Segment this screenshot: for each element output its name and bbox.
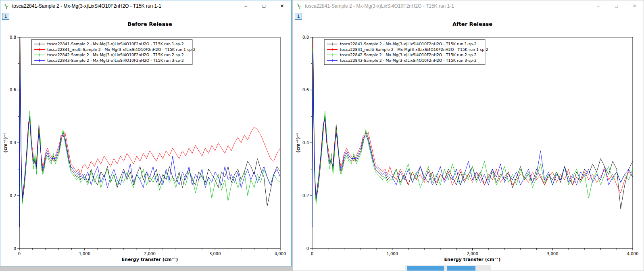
highlighted-fragment xyxy=(447,266,475,271)
x-tick-label: 4,000 xyxy=(275,252,286,256)
chart-after-release[interactable]: After Release01,0002,0003,0004,00000.20.… xyxy=(294,12,642,264)
y-tick-label: 0.8 xyxy=(302,35,309,40)
legend-label: tosca22842-Sample 2 - Mx-Mg(3-x)LixSi4O1… xyxy=(340,53,477,57)
legend-label: tosca22841_multi-Sample 2 - Mx-Mg(3-x)Li… xyxy=(340,47,488,52)
minimize-button[interactable]: – xyxy=(589,0,607,12)
x-tick-label: 3,000 xyxy=(209,252,221,256)
x-axis-label: Energy transfer (cm⁻¹) xyxy=(122,257,178,262)
y-tick-label: 0 xyxy=(14,246,16,251)
app-logo-icon xyxy=(296,3,302,9)
figure-number-badge[interactable]: 1 xyxy=(295,13,302,20)
chart-title: Before Release xyxy=(127,21,172,27)
window-title: tosca22841-Sample 2 - Mx-Mg(3-x)LixSi4O1… xyxy=(305,3,589,9)
legend-label: tosca22843-Sample 2 - Mx-Mg(3-x)LixSi4O1… xyxy=(47,58,184,63)
legend-label: tosca22843-Sample 2 - Mx-Mg(3-x)LixSi4O1… xyxy=(340,58,477,63)
y-tick-label: 0 xyxy=(306,246,309,251)
legend-label: tosca22841-Sample 2 - Mx-Mg(3-x)LixSi4O1… xyxy=(47,42,184,46)
window-after-release: tosca22841-Sample 2 - Mx-Mg(3-x)LixSi4O1… xyxy=(293,0,644,271)
figure-number-badge[interactable]: 1 xyxy=(2,13,9,20)
legend-label: tosca22841-Sample 2 - Mx-Mg(3-x)LixSi4O1… xyxy=(340,42,477,46)
plot-area xyxy=(312,37,633,248)
window-title: tosca22841-Sample 2 - Mx-Mg(3-x)LixSi4O1… xyxy=(12,3,237,9)
y-tick-label: 0.4 xyxy=(10,141,16,145)
y-tick-label: 0.2 xyxy=(10,193,16,198)
highlighted-fragment xyxy=(407,266,444,271)
y-tick-label: 0.2 xyxy=(302,193,309,198)
x-axis-label: Energy transfer (cm⁻¹) xyxy=(444,257,501,262)
maximize-button[interactable]: □ xyxy=(607,0,625,12)
x-tick-label: 0 xyxy=(18,252,21,256)
window-controls: – □ ✕ xyxy=(589,0,644,12)
obscured-window-fragment xyxy=(405,265,491,271)
close-button[interactable]: ✕ xyxy=(625,0,644,12)
x-tick-label: 0 xyxy=(311,252,313,256)
y-tick-label: 0.6 xyxy=(10,88,16,92)
x-tick-label: 1,000 xyxy=(386,252,398,256)
window-before-release: tosca22841-Sample 2 - Mx-Mg(3-x)LixSi4O1… xyxy=(0,0,292,266)
desktop: tosca22841-Sample 2 - Mx-Mg(3-x)LixSi4O1… xyxy=(0,0,644,271)
titlebar[interactable]: tosca22841-Sample 2 - Mx-Mg(3-x)LixSi4O1… xyxy=(293,0,644,12)
x-tick-label: 2,000 xyxy=(144,252,156,256)
legend-label: tosca22841_multi-Sample 2 - Mx-Mg(3-x)Li… xyxy=(47,47,196,52)
titlebar[interactable]: tosca22841-Sample 2 - Mx-Mg(3-x)LixSi4O1… xyxy=(0,0,291,12)
legend-label: tosca22842-Sample 2 - Mx-Mg(3-x)LixSi4O1… xyxy=(47,53,184,57)
maximize-button[interactable]: □ xyxy=(255,0,273,12)
chart-title: After Release xyxy=(452,21,492,27)
chart-before-release[interactable]: Before Release01,0002,0003,0004,00000.20… xyxy=(2,12,290,264)
x-tick-label: 3,000 xyxy=(547,252,559,256)
window-controls: – □ ✕ xyxy=(237,0,291,12)
app-logo-icon xyxy=(3,3,10,9)
x-tick-label: 2,000 xyxy=(467,252,478,256)
minimize-button[interactable]: – xyxy=(237,0,255,12)
y-axis-label: (cm⁻¹)⁻¹ xyxy=(296,133,301,153)
y-tick-label: 0.4 xyxy=(302,141,309,145)
close-button[interactable]: ✕ xyxy=(273,0,291,12)
x-tick-label: 1,000 xyxy=(79,252,90,256)
x-tick-label: 4,000 xyxy=(627,252,639,256)
y-axis-label: (cm⁻¹)⁻¹ xyxy=(3,133,8,153)
y-tick-label: 0.8 xyxy=(10,35,16,40)
y-tick-label: 0.6 xyxy=(302,88,309,92)
